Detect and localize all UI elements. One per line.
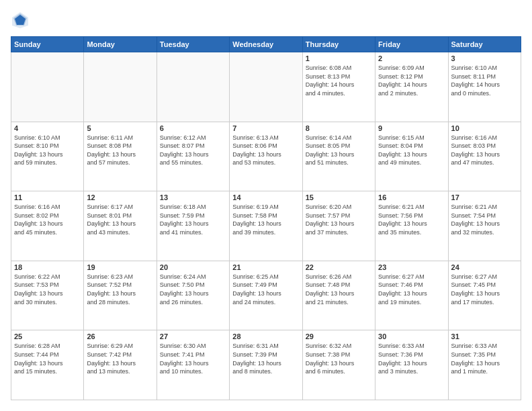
- calendar-cell: 28Sunrise: 6:31 AM Sunset: 7:39 PM Dayli…: [230, 330, 302, 400]
- day-info: Sunrise: 6:21 AM Sunset: 7:54 PM Dayligh…: [451, 203, 518, 236]
- calendar-cell: [230, 52, 302, 122]
- calendar-cell: 24Sunrise: 6:27 AM Sunset: 7:45 PM Dayli…: [448, 261, 521, 330]
- calendar-cell: 3Sunrise: 6:10 AM Sunset: 8:11 PM Daylig…: [448, 52, 521, 122]
- weekday-header: Sunday: [11, 37, 84, 52]
- calendar-cell: 27Sunrise: 6:30 AM Sunset: 7:41 PM Dayli…: [157, 330, 229, 400]
- calendar-cell: 8Sunrise: 6:14 AM Sunset: 8:05 PM Daylig…: [302, 122, 375, 191]
- weekday-header: Tuesday: [157, 37, 229, 52]
- day-info: Sunrise: 6:25 AM Sunset: 7:49 PM Dayligh…: [232, 273, 299, 306]
- day-number: 9: [378, 124, 445, 132]
- logo: [11, 11, 32, 30]
- day-info: Sunrise: 6:26 AM Sunset: 7:48 PM Dayligh…: [306, 273, 372, 306]
- calendar-cell: 9Sunrise: 6:15 AM Sunset: 8:04 PM Daylig…: [375, 122, 448, 191]
- logo-icon: [11, 11, 30, 30]
- calendar-cell: 7Sunrise: 6:13 AM Sunset: 8:06 PM Daylig…: [230, 122, 302, 191]
- day-info: Sunrise: 6:15 AM Sunset: 8:04 PM Dayligh…: [378, 134, 445, 167]
- day-info: Sunrise: 6:21 AM Sunset: 7:56 PM Dayligh…: [378, 203, 445, 236]
- calendar-cell: 17Sunrise: 6:21 AM Sunset: 7:54 PM Dayli…: [448, 191, 521, 261]
- calendar-cell: 29Sunrise: 6:32 AM Sunset: 7:38 PM Dayli…: [302, 330, 375, 400]
- calendar-cell: 26Sunrise: 6:29 AM Sunset: 7:42 PM Dayli…: [84, 330, 157, 400]
- day-info: Sunrise: 6:22 AM Sunset: 7:53 PM Dayligh…: [14, 273, 81, 306]
- calendar-body: 1Sunrise: 6:08 AM Sunset: 8:13 PM Daylig…: [11, 52, 521, 400]
- calendar-cell: 6Sunrise: 6:12 AM Sunset: 8:07 PM Daylig…: [157, 122, 229, 191]
- day-info: Sunrise: 6:20 AM Sunset: 7:57 PM Dayligh…: [306, 203, 372, 236]
- page: SundayMondayTuesdayWednesdayThursdayFrid…: [0, 0, 532, 411]
- day-info: Sunrise: 6:24 AM Sunset: 7:50 PM Dayligh…: [160, 273, 226, 306]
- day-info: Sunrise: 6:14 AM Sunset: 8:05 PM Dayligh…: [306, 134, 372, 167]
- day-info: Sunrise: 6:10 AM Sunset: 8:11 PM Dayligh…: [451, 64, 518, 97]
- weekday-header: Saturday: [448, 37, 521, 52]
- day-number: 19: [87, 263, 153, 271]
- calendar-cell: 23Sunrise: 6:27 AM Sunset: 7:46 PM Dayli…: [375, 261, 448, 330]
- day-number: 6: [160, 124, 226, 132]
- calendar-cell: 2Sunrise: 6:09 AM Sunset: 8:12 PM Daylig…: [375, 52, 448, 122]
- day-info: Sunrise: 6:18 AM Sunset: 7:59 PM Dayligh…: [160, 203, 226, 236]
- calendar-cell: 15Sunrise: 6:20 AM Sunset: 7:57 PM Dayli…: [302, 191, 375, 261]
- day-info: Sunrise: 6:08 AM Sunset: 8:13 PM Dayligh…: [306, 64, 372, 97]
- day-info: Sunrise: 6:32 AM Sunset: 7:38 PM Dayligh…: [306, 342, 372, 375]
- day-number: 2: [378, 54, 445, 62]
- weekday-header: Thursday: [302, 37, 375, 52]
- calendar-cell: 5Sunrise: 6:11 AM Sunset: 8:08 PM Daylig…: [84, 122, 157, 191]
- calendar-week-row: 11Sunrise: 6:16 AM Sunset: 8:02 PM Dayli…: [11, 191, 521, 261]
- calendar-week-row: 18Sunrise: 6:22 AM Sunset: 7:53 PM Dayli…: [11, 261, 521, 330]
- day-number: 8: [306, 124, 372, 132]
- day-info: Sunrise: 6:17 AM Sunset: 8:01 PM Dayligh…: [87, 203, 153, 236]
- day-info: Sunrise: 6:09 AM Sunset: 8:12 PM Dayligh…: [378, 64, 445, 97]
- calendar-cell: 21Sunrise: 6:25 AM Sunset: 7:49 PM Dayli…: [230, 261, 302, 330]
- day-number: 31: [451, 332, 518, 340]
- day-info: Sunrise: 6:10 AM Sunset: 8:10 PM Dayligh…: [14, 134, 81, 167]
- day-info: Sunrise: 6:13 AM Sunset: 8:06 PM Dayligh…: [232, 134, 299, 167]
- day-number: 24: [451, 263, 518, 271]
- day-info: Sunrise: 6:33 AM Sunset: 7:36 PM Dayligh…: [378, 342, 445, 375]
- day-info: Sunrise: 6:12 AM Sunset: 8:07 PM Dayligh…: [160, 134, 226, 167]
- calendar-week-row: 1Sunrise: 6:08 AM Sunset: 8:13 PM Daylig…: [11, 52, 521, 122]
- day-number: 30: [378, 332, 445, 340]
- weekday-header: Wednesday: [230, 37, 302, 52]
- weekday-row: SundayMondayTuesdayWednesdayThursdayFrid…: [11, 37, 521, 52]
- day-info: Sunrise: 6:19 AM Sunset: 7:58 PM Dayligh…: [232, 203, 299, 236]
- day-number: 27: [160, 332, 226, 340]
- calendar-cell: 12Sunrise: 6:17 AM Sunset: 8:01 PM Dayli…: [84, 191, 157, 261]
- day-number: 16: [378, 193, 445, 201]
- calendar-week-row: 4Sunrise: 6:10 AM Sunset: 8:10 PM Daylig…: [11, 122, 521, 191]
- calendar-cell: 20Sunrise: 6:24 AM Sunset: 7:50 PM Dayli…: [157, 261, 229, 330]
- calendar-cell: 16Sunrise: 6:21 AM Sunset: 7:56 PM Dayli…: [375, 191, 448, 261]
- calendar-cell: 13Sunrise: 6:18 AM Sunset: 7:59 PM Dayli…: [157, 191, 229, 261]
- calendar-header: SundayMondayTuesdayWednesdayThursdayFrid…: [11, 37, 521, 52]
- day-info: Sunrise: 6:27 AM Sunset: 7:46 PM Dayligh…: [378, 273, 445, 306]
- calendar-cell: [157, 52, 229, 122]
- calendar-week-row: 25Sunrise: 6:28 AM Sunset: 7:44 PM Dayli…: [11, 330, 521, 400]
- calendar-cell: 25Sunrise: 6:28 AM Sunset: 7:44 PM Dayli…: [11, 330, 84, 400]
- day-info: Sunrise: 6:23 AM Sunset: 7:52 PM Dayligh…: [87, 273, 153, 306]
- day-number: 13: [160, 193, 226, 201]
- calendar-cell: 14Sunrise: 6:19 AM Sunset: 7:58 PM Dayli…: [230, 191, 302, 261]
- day-number: 18: [14, 263, 81, 271]
- calendar-cell: 1Sunrise: 6:08 AM Sunset: 8:13 PM Daylig…: [302, 52, 375, 122]
- day-number: 12: [87, 193, 153, 201]
- day-info: Sunrise: 6:16 AM Sunset: 8:02 PM Dayligh…: [14, 203, 81, 236]
- day-number: 11: [14, 193, 81, 201]
- day-number: 7: [232, 124, 299, 132]
- calendar-cell: 19Sunrise: 6:23 AM Sunset: 7:52 PM Dayli…: [84, 261, 157, 330]
- day-number: 25: [14, 332, 81, 340]
- day-info: Sunrise: 6:28 AM Sunset: 7:44 PM Dayligh…: [14, 342, 81, 375]
- calendar-table: SundayMondayTuesdayWednesdayThursdayFrid…: [11, 36, 521, 400]
- day-number: 14: [232, 193, 299, 201]
- calendar-cell: 22Sunrise: 6:26 AM Sunset: 7:48 PM Dayli…: [302, 261, 375, 330]
- day-info: Sunrise: 6:11 AM Sunset: 8:08 PM Dayligh…: [87, 134, 153, 167]
- day-number: 22: [306, 263, 372, 271]
- day-number: 29: [306, 332, 372, 340]
- day-number: 4: [14, 124, 81, 132]
- day-info: Sunrise: 6:16 AM Sunset: 8:03 PM Dayligh…: [451, 134, 518, 167]
- calendar-cell: 30Sunrise: 6:33 AM Sunset: 7:36 PM Dayli…: [375, 330, 448, 400]
- day-number: 26: [87, 332, 153, 340]
- calendar-cell: [11, 52, 84, 122]
- calendar-cell: 31Sunrise: 6:33 AM Sunset: 7:35 PM Dayli…: [448, 330, 521, 400]
- day-info: Sunrise: 6:33 AM Sunset: 7:35 PM Dayligh…: [451, 342, 518, 375]
- header: [11, 11, 521, 30]
- day-number: 10: [451, 124, 518, 132]
- calendar-cell: 11Sunrise: 6:16 AM Sunset: 8:02 PM Dayli…: [11, 191, 84, 261]
- weekday-header: Monday: [84, 37, 157, 52]
- day-number: 3: [451, 54, 518, 62]
